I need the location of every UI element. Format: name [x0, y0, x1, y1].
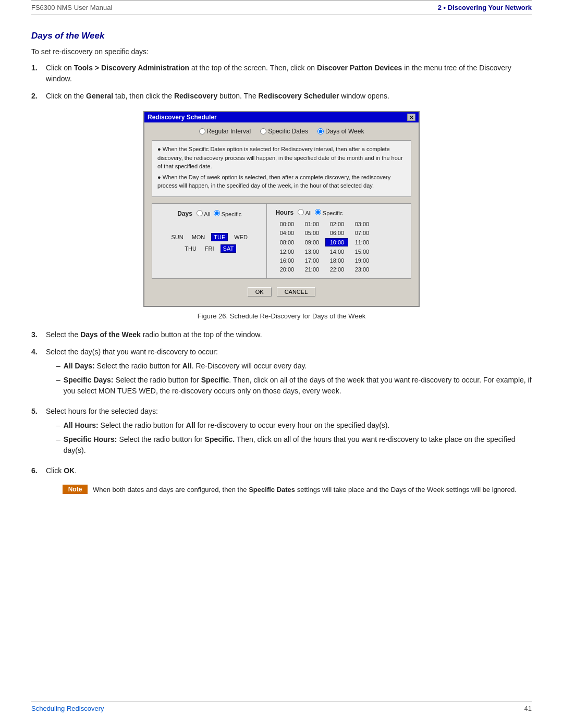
ok-button[interactable]: OK — [248, 287, 272, 297]
note-label: Note — [63, 485, 88, 494]
hour-0400[interactable]: 04:00 — [275, 229, 298, 237]
hour-2200[interactable]: 22:00 — [325, 266, 348, 273]
hour-1200[interactable]: 12:00 — [275, 248, 298, 255]
hours-panel: Hours All Specific — [267, 204, 411, 278]
step-2-content: Click on the General tab, then click the… — [46, 91, 532, 102]
step-1-bold2: Discover Patton Devices — [317, 64, 402, 72]
step-6-number: 6. — [31, 465, 42, 476]
step-5-content: Select hours for the selected days: All … — [46, 406, 532, 459]
hours-label-row: Hours All Specific — [275, 209, 402, 216]
footer-left: Scheduling Rediscovery — [31, 705, 104, 712]
hour-1800[interactable]: 18:00 — [325, 257, 348, 264]
hour-0200[interactable]: 02:00 — [325, 220, 348, 228]
step-6: 6. Click OK. — [31, 465, 532, 476]
step-2-bold3: Rediscovery Scheduler — [259, 92, 339, 100]
dialog-window: Rediscovery Scheduler ✕ Regular Interval… — [143, 111, 420, 307]
day-thu[interactable]: THU — [182, 244, 199, 253]
hour-1300[interactable]: 13:00 — [300, 248, 323, 255]
dialog-title: Rediscovery Scheduler — [148, 114, 217, 121]
header-left: FS6300 NMS User Manual — [31, 4, 112, 11]
step-1-number: 1. — [31, 63, 42, 84]
dialog-screenshot: Rediscovery Scheduler ✕ Regular Interval… — [31, 111, 532, 307]
footer-right: 41 — [524, 705, 532, 712]
hour-1100[interactable]: 11:00 — [350, 238, 373, 246]
dialog-buttons-row: OK CANCEL — [152, 284, 411, 301]
step-3-content: Select the Days of the Week radio button… — [46, 329, 532, 340]
hour-2100[interactable]: 21:00 — [300, 266, 323, 273]
hour-0800[interactable]: 08:00 — [275, 238, 298, 246]
hour-1000[interactable]: 10:00 — [325, 238, 348, 246]
step-4-dash-1: All Days: Select the radio button for Al… — [56, 361, 532, 372]
hour-1400[interactable]: 14:00 — [325, 248, 348, 255]
radio-specific-dates[interactable]: Specific Dates — [260, 128, 308, 135]
step-2-bold2: Rediscovery — [174, 92, 217, 100]
hours-radio-specific[interactable]: Specific — [315, 209, 343, 216]
step-5-number: 5. — [31, 406, 42, 459]
hour-0600[interactable]: 06:00 — [325, 229, 348, 237]
hour-0100[interactable]: 01:00 — [300, 220, 323, 228]
hour-1700[interactable]: 17:00 — [300, 257, 323, 264]
step-2-number: 2. — [31, 91, 42, 102]
dialog-radio-row: Regular Interval Specific Dates Days of … — [152, 128, 411, 135]
days-row-1: SUN MON TUE WED — [169, 233, 250, 241]
days-panel: Days All Specific — [152, 204, 267, 278]
step-3: 3. Select the Days of the Week radio but… — [31, 329, 532, 340]
page-header: FS6300 NMS User Manual 2 • Discovering Y… — [31, 0, 532, 15]
note-content: When both dates and days are configured,… — [93, 485, 517, 495]
days-radio-all[interactable]: All — [197, 210, 211, 217]
hour-2300[interactable]: 23:00 — [350, 266, 373, 273]
page-footer: Scheduling Rediscovery 41 — [31, 701, 532, 712]
day-mon[interactable]: MON — [190, 233, 207, 241]
hour-0500[interactable]: 05:00 — [300, 229, 323, 237]
days-label-text: Days — [177, 210, 192, 217]
step-6-content: Click OK. — [46, 465, 532, 476]
day-fri[interactable]: FRI — [203, 244, 216, 253]
hour-1600[interactable]: 16:00 — [275, 257, 298, 264]
days-grid: SUN MON TUE WED THU FRI SAT — [169, 233, 250, 256]
step-1-bold1: Tools > Discovery Administration — [74, 64, 189, 72]
days-radio-group: All Specific — [197, 210, 241, 217]
day-sun[interactable]: SUN — [169, 233, 185, 241]
info-bullet-1: ● When the Specific Dates option is sele… — [157, 145, 406, 171]
step-1-content: Click on Tools > Discovery Administratio… — [46, 63, 532, 84]
hours-label-text: Hours — [275, 209, 293, 216]
section-title: Days of the Week — [31, 31, 532, 41]
steps-list: 1. Click on Tools > Discovery Administra… — [31, 63, 532, 102]
radio-days-of-week[interactable]: Days of Week — [317, 128, 364, 135]
radio-regular-interval[interactable]: Regular Interval — [199, 128, 251, 135]
note-bold: Specific Dates — [249, 486, 295, 493]
day-sat[interactable]: SAT — [221, 244, 237, 253]
step-3-number: 3. — [31, 329, 42, 340]
hour-0300[interactable]: 03:00 — [350, 220, 373, 228]
days-radio-specific[interactable]: Specific — [214, 210, 242, 217]
cancel-button[interactable]: CANCEL — [277, 287, 316, 297]
days-hours-panel: Days All Specific — [152, 203, 411, 279]
hour-2000[interactable]: 20:00 — [275, 266, 298, 273]
day-wed[interactable]: WED — [232, 233, 250, 241]
hour-0700[interactable]: 07:00 — [350, 229, 373, 237]
step-4-dash-2: Specific Days: Select the radio button f… — [56, 375, 532, 397]
day-tue[interactable]: TUE — [211, 233, 228, 241]
hour-0000[interactable]: 00:00 — [275, 220, 298, 228]
steps-after-list: 3. Select the Days of the Week radio but… — [31, 329, 532, 476]
dialog-body: Regular Interval Specific Dates Days of … — [144, 122, 419, 306]
step-4-content: Select the day(s) that you want re-disco… — [46, 347, 532, 400]
step-4-dash-list: All Days: Select the radio button for Al… — [46, 361, 532, 397]
step-1: 1. Click on Tools > Discovery Administra… — [31, 63, 532, 84]
hour-1900[interactable]: 19:00 — [350, 257, 373, 264]
step-2-bold1: General — [86, 92, 113, 100]
hours-radio-all[interactable]: All — [298, 209, 312, 216]
header-right: 2 • Discovering Your Network — [438, 4, 532, 11]
info-box: ● When the Specific Dates option is sele… — [152, 140, 411, 197]
intro-text: To set re-discovery on specific days: — [31, 46, 532, 57]
info-bullet-2: ● When the Day of week option is selecte… — [157, 173, 406, 190]
step-4: 4. Select the day(s) that you want re-di… — [31, 347, 532, 400]
hour-1500[interactable]: 15:00 — [350, 248, 373, 255]
hours-grid: 00:0001:0002:0003:0004:0005:0006:0007:00… — [275, 220, 402, 273]
hour-0900[interactable]: 09:00 — [300, 238, 323, 246]
step-2: 2. Click on the General tab, then click … — [31, 91, 532, 102]
step-5-dash-list: All Hours: Select the radio button for A… — [46, 420, 532, 456]
figure-caption: Figure 26. Schedule Re-Discovery for Day… — [31, 312, 532, 320]
step-5: 5. Select hours for the selected days: A… — [31, 406, 532, 459]
dialog-close-button[interactable]: ✕ — [407, 114, 415, 121]
